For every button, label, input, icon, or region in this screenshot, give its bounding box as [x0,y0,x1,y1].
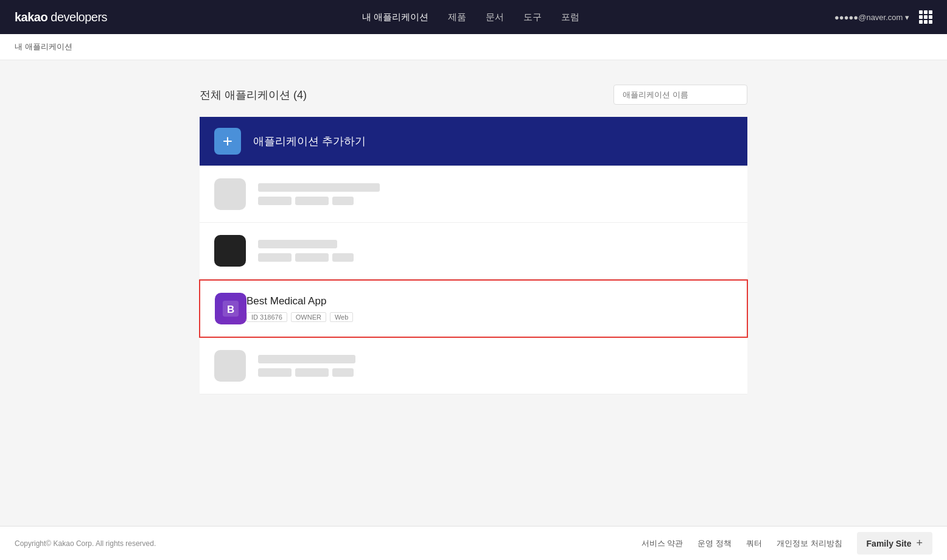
breadcrumb-label: 내 애플리케이션 [15,42,72,51]
app-icon-medical: B [215,293,246,324]
nav-forum[interactable]: 포럼 [561,12,579,23]
footer-links: 서비스 약관 운영 정책 쿼터 개인정보 처리방침 Family Site + [641,532,932,555]
app-icon [214,350,246,382]
blurred-tag [258,368,292,377]
nav-tools[interactable]: 도구 [523,12,542,23]
logo-developers: developers [51,10,107,24]
footer-copyright: Copyright© Kakao Corp. All rights reserv… [15,539,156,548]
blurred-tags [258,197,733,205]
main-content: 전체 애플리케이션 (4) + 애플리케이션 추가하기 [200,60,747,419]
app-icon [214,235,246,267]
add-app-banner[interactable]: + 애플리케이션 추가하기 [200,117,747,166]
app-list: B Best Medical App ID 318676 OWNER Web [200,166,747,394]
blurred-tag [332,253,354,262]
footer: Copyright© Kakao Corp. All rights reserv… [0,526,947,560]
app-info-medical: Best Medical App ID 318676 OWNER Web [246,295,732,322]
nav-my-apps[interactable]: 내 애플리케이션 [362,12,428,23]
add-icon-box: + [214,128,241,155]
blurred-tag [258,197,292,205]
family-site-label: Family Site [867,539,912,548]
app-icon [214,178,246,210]
app-info [258,240,733,262]
nav-docs[interactable]: 문서 [486,12,504,23]
footer-twitter[interactable]: 쿼터 [746,538,762,549]
user-email[interactable]: ●●●●●@naver.com ▾ [834,13,909,22]
blurred-tags [258,368,733,377]
app-tags: ID 318676 OWNER Web [246,312,732,322]
list-item-best-medical[interactable]: B Best Medical App ID 318676 OWNER Web [199,279,748,338]
add-app-label: 애플리케이션 추가하기 [253,134,366,149]
app-info [258,183,733,205]
tag-web: Web [330,312,353,322]
blurred-tags [258,253,733,262]
header: kakao developers 내 애플리케이션 제품 문서 도구 포럼 ●●… [0,0,947,34]
footer-terms[interactable]: 서비스 약관 [641,538,683,549]
logo-kakao: kakao [15,10,47,24]
medical-icon-svg: B [222,299,240,318]
tag-id: ID 318676 [246,312,287,322]
search-input[interactable] [613,85,747,105]
blurred-tag [332,197,354,205]
blurred-name [258,240,337,248]
breadcrumb: 내 애플리케이션 [0,34,947,60]
blurred-tag [295,253,329,262]
app-name: Best Medical App [246,295,326,307]
family-site-button[interactable]: Family Site + [857,532,932,555]
family-site-plus-icon: + [916,537,923,550]
page-title: 전체 애플리케이션 (4) [200,88,307,102]
header-right: ●●●●●@naver.com ▾ [834,10,932,24]
logo[interactable]: kakao developers [15,10,107,24]
list-item[interactable] [200,166,747,223]
blurred-tag [332,368,354,377]
blurred-tag [295,368,329,377]
blurred-tag [258,253,292,262]
app-info [258,355,733,377]
plus-icon: + [223,133,232,150]
blurred-tag [295,197,329,205]
footer-privacy[interactable]: 개인정보 처리방침 [777,538,842,549]
footer-policy[interactable]: 운영 정책 [697,538,732,549]
blurred-name [258,355,355,363]
grid-menu-icon[interactable] [919,10,932,24]
nav-products[interactable]: 제품 [448,12,466,23]
tag-owner: OWNER [291,312,326,322]
list-item[interactable] [200,338,747,394]
page-header: 전체 애플리케이션 (4) [200,85,747,105]
list-item[interactable] [200,223,747,279]
app-name-row: Best Medical App [246,295,732,307]
svg-text:B: B [227,304,234,315]
blurred-name [258,183,380,192]
nav: 내 애플리케이션 제품 문서 도구 포럼 [362,12,579,23]
